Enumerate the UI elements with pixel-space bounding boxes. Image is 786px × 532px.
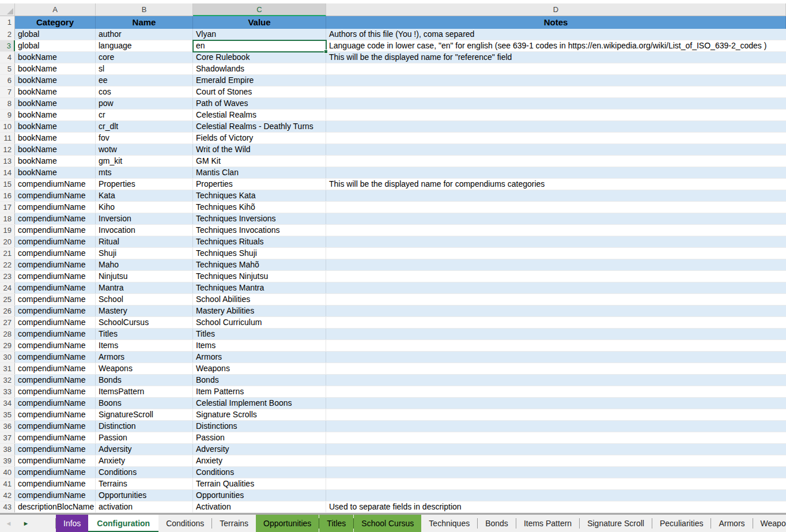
cell-notes[interactable] [326,156,786,167]
row-number[interactable]: 23 [0,271,15,282]
row-number[interactable]: 18 [0,213,15,224]
cell-name[interactable]: Kiho [96,202,193,213]
cell-value[interactable]: Items [193,340,326,351]
column-header-a[interactable]: A [15,3,96,16]
cell-category[interactable]: compendiumName [15,478,96,489]
cell-name[interactable]: Conditions [96,467,193,478]
tab-scroll-left-icon[interactable]: ◄ [0,520,17,527]
cell-value[interactable]: Item Patterns [193,386,326,397]
sheet-tab-peculiarities[interactable]: Peculiarities [652,515,711,532]
cell-notes[interactable] [326,432,786,443]
cell-notes[interactable] [326,133,786,144]
cell-value[interactable]: Activation [193,501,326,512]
cell-name[interactable]: Titles [96,329,193,339]
row-number[interactable]: 13 [0,156,15,167]
cell-notes[interactable] [326,213,786,224]
cell-notes[interactable] [326,363,786,374]
cell-value[interactable]: Titles [193,329,326,339]
cell-notes[interactable] [326,202,786,213]
cell-name[interactable]: Inversion [96,213,193,224]
cell-name[interactable]: Mastery [96,305,193,316]
sheet-tab-armors[interactable]: Armors [711,515,752,532]
cell-name[interactable]: School [96,294,193,305]
cell-notes[interactable] [326,317,786,328]
cell-name[interactable]: Shuji [96,248,193,259]
cell-notes[interactable] [326,271,786,282]
cell-category[interactable]: compendiumName [15,432,96,443]
row-number[interactable]: 1 [0,16,15,29]
cell-name[interactable]: Adversity [96,444,193,455]
cell-category[interactable]: compendiumName [15,329,96,339]
cell-value[interactable]: Techniques Shuji [193,248,326,259]
cell-value[interactable]: Core Rulebook [193,52,326,63]
cell-category[interactable]: bookName [15,63,96,74]
row-number[interactable]: 6 [0,75,15,86]
cell-value[interactable]: Path of Waves [193,98,326,109]
row-number[interactable]: 20 [0,236,15,247]
cell-notes[interactable] [326,63,786,74]
cell-value[interactable]: Emerald Empire [193,75,326,86]
cell-name[interactable]: cos [96,86,193,97]
cell-category[interactable]: global [15,29,96,40]
cell-notes[interactable] [326,329,786,339]
cell-name[interactable]: Opportunities [96,490,193,501]
cell-notes[interactable] [326,421,786,432]
row-number[interactable]: 25 [0,294,15,305]
row-number[interactable]: 26 [0,305,15,316]
row-number[interactable]: 17 [0,202,15,213]
cell-value[interactable]: GM Kit [193,156,326,167]
cell-name[interactable]: Mantra [96,282,193,293]
cell-notes[interactable] [326,75,786,86]
cell-value[interactable]: Distinctions [193,421,326,432]
cell-name[interactable]: wotw [96,144,193,155]
cell-category[interactable]: compendiumName [15,305,96,316]
cell-name[interactable]: gm_kit [96,156,193,167]
cell-name[interactable]: Anxiety [96,455,193,466]
cell-name[interactable]: Invocation [96,225,193,236]
row-number[interactable]: 32 [0,375,15,386]
cell-category[interactable]: compendiumName [15,282,96,293]
sheet-tab-terrains[interactable]: Terrains [212,515,256,532]
row-number[interactable]: 36 [0,421,15,432]
row-number[interactable]: 8 [0,98,15,109]
cell-category[interactable]: bookName [15,121,96,132]
cell-notes[interactable]: This will be the displayed name for comp… [326,179,786,190]
cell-category[interactable]: compendiumName [15,444,96,455]
cell-value[interactable]: Shadowlands [193,63,326,74]
row-number[interactable]: 22 [0,259,15,270]
sheet-tab-techniques[interactable]: Techniques [421,515,477,532]
cell-value[interactable]: Bonds [193,375,326,386]
cell-category[interactable]: compendiumName [15,225,96,236]
cell-value[interactable]: Techniques Mantra [193,282,326,293]
sheet-tab-weapons[interactable]: Weapons [753,515,786,532]
cell-category[interactable]: compendiumName [15,213,96,224]
cell-notes[interactable] [326,386,786,397]
cell-category[interactable]: compendiumName [15,179,96,190]
cell-notes[interactable] [326,455,786,466]
cell-name[interactable]: Ninjutsu [96,271,193,282]
cell-notes[interactable]: Authors of this file (You !), coma separ… [326,29,786,40]
cell-name[interactable]: Kata [96,190,193,201]
cell-category[interactable]: compendiumName [15,455,96,466]
cell-notes[interactable]: Used to separate fields in description [326,501,786,512]
cell-category[interactable]: descriptionBlocName [15,501,96,512]
cell-notes[interactable] [326,110,786,120]
cell-notes[interactable] [326,144,786,155]
cell-name[interactable]: Distinction [96,421,193,432]
row-number[interactable]: 2 [0,29,15,40]
cell-value[interactable]: Terrain Qualities [193,478,326,489]
cell-name[interactable]: mts [96,167,193,178]
cell-name[interactable]: Ritual [96,236,193,247]
cell-name[interactable]: activation [96,501,193,512]
cell-value[interactable]: School Curriculum [193,317,326,328]
row-number[interactable]: 9 [0,110,15,120]
cell-notes[interactable] [326,225,786,236]
cell-category[interactable]: bookName [15,167,96,178]
cell-notes[interactable] [326,98,786,109]
header-cell-notes[interactable]: Notes [326,16,786,29]
cell-notes[interactable] [326,478,786,489]
cell-value[interactable]: Properties [193,179,326,190]
cell-name[interactable]: cr_dlt [96,121,193,132]
cell-value[interactable]: Celestial Implement Boons [193,398,326,409]
cell-notes[interactable] [326,409,786,420]
